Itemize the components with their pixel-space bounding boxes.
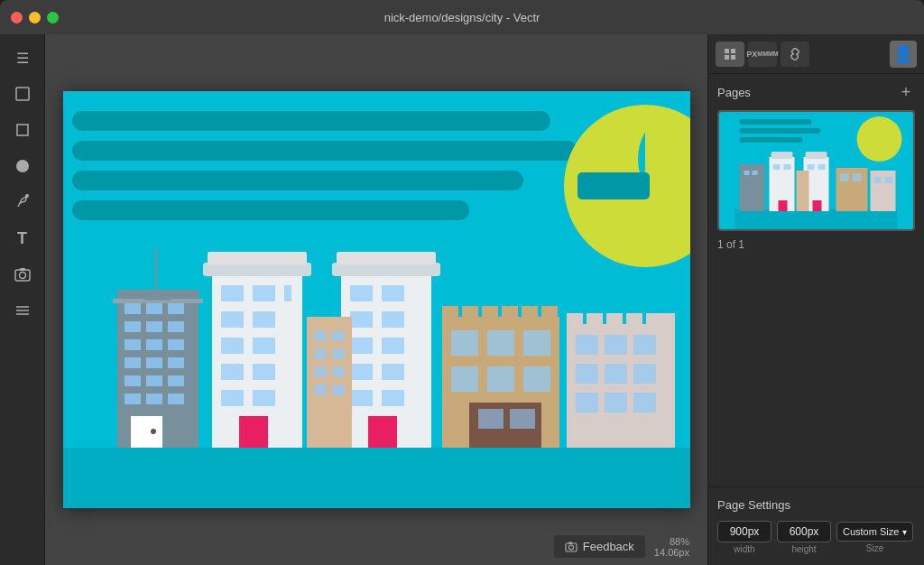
thumbnail-preview [719,112,913,229]
minimize-button[interactable] [29,12,41,23]
svg-rect-143 [885,177,892,183]
svg-rect-66 [382,364,404,380]
svg-rect-1 [17,125,28,135]
svg-rect-110 [633,393,656,412]
svg-rect-29 [125,357,141,368]
height-input[interactable] [777,521,831,542]
svg-rect-108 [576,393,598,412]
maximize-button[interactable] [47,12,59,23]
svg-rect-20 [125,303,141,314]
svg-rect-96 [567,313,583,326]
svg-rect-141 [853,173,862,181]
svg-rect-47 [221,311,244,328]
svg-rect-128 [772,152,793,159]
svg-rect-77 [314,384,327,395]
pen-tool[interactable] [8,188,37,217]
svg-rect-46 [284,285,291,301]
svg-rect-32 [125,375,141,386]
rectangle-tool[interactable] [8,116,37,144]
zoom-info: 88% 14.06px [654,536,689,558]
svg-rect-102 [576,335,598,355]
text-tool[interactable]: T [8,224,37,253]
svg-rect-107 [633,364,656,384]
menu-button[interactable]: ☰ [8,43,37,72]
pages-section: Pages + [708,74,924,486]
svg-rect-72 [332,330,345,341]
close-button[interactable] [11,12,23,23]
svg-rect-45 [253,285,275,301]
camera-tool[interactable] [8,260,37,289]
svg-rect-43 [208,252,307,264]
height-label: height [777,544,831,554]
svg-rect-59 [350,285,373,301]
add-page-button[interactable]: + [897,83,915,101]
svg-point-124 [857,116,902,162]
svg-rect-61 [350,311,373,328]
canvas-wrapper[interactable] [63,91,690,508]
svg-rect-85 [541,306,558,319]
svg-rect-134 [744,171,750,175]
svg-rect-17 [578,172,650,199]
feedback-button[interactable]: Feedback [554,535,645,558]
layers-tool[interactable] [8,296,37,325]
svg-rect-98 [606,313,623,326]
svg-rect-34 [168,375,184,386]
left-toolbar: ☰ T [0,34,45,565]
zoom-percent: 88% [654,536,689,547]
svg-rect-31 [168,357,184,368]
page-settings-label: Page Settings [717,498,915,512]
svg-rect-83 [502,306,518,319]
svg-rect-140 [840,173,849,181]
svg-rect-88 [523,330,550,356]
svg-rect-117 [731,49,735,53]
svg-rect-71 [314,330,327,341]
svg-rect-39 [131,416,162,448]
svg-rect-73 [314,348,327,359]
page-thumbnail[interactable] [717,110,915,231]
svg-rect-78 [332,384,345,395]
svg-rect-109 [605,393,627,412]
traffic-lights [11,12,59,23]
height-input-group: height [777,521,831,554]
svg-rect-33 [146,375,162,386]
svg-rect-74 [332,348,345,359]
grid-view-button[interactable] [716,42,744,67]
svg-point-114 [568,545,573,550]
svg-point-6 [19,273,25,279]
svg-rect-18 [63,448,690,508]
svg-rect-130 [806,152,827,159]
svg-rect-133 [871,171,896,211]
select-tool[interactable] [8,79,37,108]
svg-rect-60 [382,285,404,301]
svg-rect-82 [482,306,498,319]
svg-rect-105 [576,364,598,384]
svg-rect-42 [203,263,311,276]
svg-rect-54 [253,390,275,406]
width-input-group: width [717,521,772,554]
svg-rect-63 [350,338,373,354]
svg-rect-49 [221,338,244,354]
size-select[interactable]: Custom Size ▾ [836,522,913,542]
link-button[interactable] [781,42,809,67]
svg-rect-68 [382,390,404,406]
svg-rect-35 [125,394,141,404]
svg-rect-135 [753,171,758,175]
size-select-value: Custom Size [843,526,899,537]
svg-rect-122 [740,128,821,134]
svg-rect-90 [487,366,514,392]
circle-tool[interactable] [8,152,37,181]
svg-point-2 [16,160,29,172]
svg-rect-36 [146,394,162,404]
user-avatar[interactable]: 👤 [890,41,917,68]
width-input[interactable] [717,521,772,542]
svg-rect-131 [797,171,809,211]
svg-rect-97 [587,313,603,326]
chevron-down-icon: ▾ [902,527,907,537]
svg-point-40 [151,429,156,434]
svg-rect-138 [808,164,815,170]
svg-rect-75 [314,366,327,377]
svg-rect-53 [221,390,244,406]
px-view-button[interactable]: PXMMMM [748,42,777,67]
svg-rect-81 [462,306,478,319]
svg-rect-93 [478,409,504,429]
